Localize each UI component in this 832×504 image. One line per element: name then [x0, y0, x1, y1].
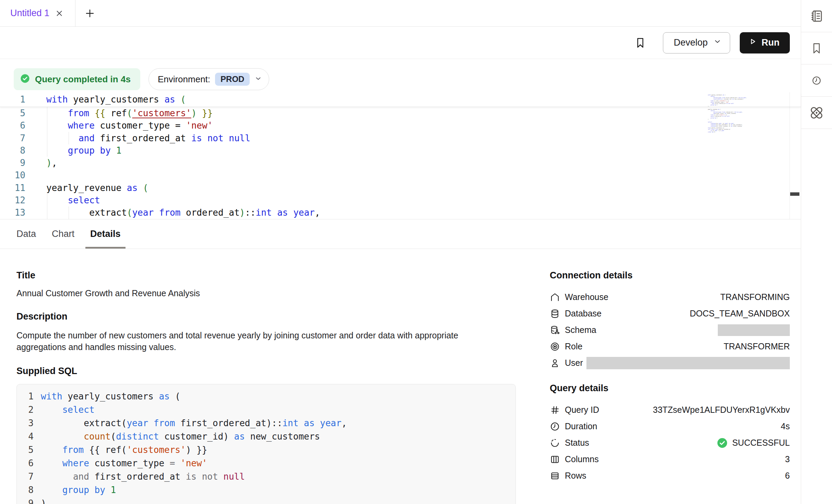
supplied-sql-line-8: 8 group by 1 [17, 483, 515, 497]
supplied-sql-line-6: 6 where customer_type = 'new' [17, 457, 515, 470]
check-circle-icon [20, 73, 30, 85]
query-row-query-id: Query ID33TZseWpe1ALFDUYerxR1gVKxbv [550, 402, 790, 418]
line-number: 4 [22, 430, 34, 443]
query-details-rows: Query ID33TZseWpe1ALFDUYerxR1gVKxbvDurat… [550, 402, 790, 484]
spinner-icon [550, 438, 560, 448]
run-button[interactable]: Run [740, 32, 790, 53]
app-window: Untitled 1 Develop [0, 0, 832, 504]
connection-label: Database [565, 309, 602, 319]
code-text: ), [46, 157, 57, 169]
results-tab-bar: DataChartDetails [0, 219, 801, 249]
editor-lines: 5 from {{ ref('customers') }}6 where cus… [0, 107, 801, 219]
right-sidebar [801, 0, 832, 504]
sidebar-button-flower[interactable] [801, 97, 832, 129]
description-heading: Description [16, 311, 517, 322]
supplied-sql-line-5: 5 from {{ ref('customers') }} [17, 443, 515, 457]
sidebar-button-clock[interactable] [801, 64, 832, 97]
sql-editor[interactable]: 1with yearly_customers as ( 5 from {{ re… [0, 92, 801, 219]
tab-untitled-1[interactable]: Untitled 1 [0, 0, 75, 26]
environment-selector[interactable]: Environment: PROD [148, 68, 270, 90]
editor-line-8: 8 group by 1 [0, 144, 801, 157]
query-label: Columns [565, 454, 599, 464]
supplied-sql-line-7: 7 and first_ordered_at is not null [17, 470, 515, 483]
query-value: 33TZseWpe1ALFDUYerxR1gVKxbv [653, 405, 790, 415]
line-number: 9 [9, 157, 25, 169]
connection-value: TRANSFORMER [724, 341, 790, 351]
editor-line-5: 5 from {{ ref('customers') }} [0, 107, 801, 119]
supplied-sql-line-1: 1with yearly_customers as ( [17, 390, 515, 403]
supplied-sql-line-9: 9), [17, 497, 515, 504]
line-number: 7 [22, 470, 34, 483]
line-number: 5 [9, 107, 25, 119]
query-value: 6 [785, 471, 790, 481]
query-label: Duration [565, 421, 597, 431]
tab-data[interactable]: Data [12, 219, 41, 249]
query-details-heading: Query details [550, 383, 790, 394]
details-right-column: Connection details WarehouseTRANSFORMING… [550, 270, 790, 484]
schema-icon [550, 325, 560, 335]
bookmark-button[interactable] [634, 37, 646, 49]
code-text: where customer_type = 'new' [41, 457, 207, 470]
supplied-sql-line-2: 2 select [17, 403, 515, 417]
connection-row-role: RoleTRANSFORMER [550, 338, 790, 355]
code-text: and first_ordered_at is not null [41, 470, 245, 483]
line-number: 8 [9, 144, 25, 157]
redacted-value [718, 324, 790, 336]
code-text: yearly_revenue as ( [46, 182, 148, 194]
code-text: ), [41, 497, 51, 504]
connection-row-schema: Schema [550, 322, 790, 338]
line-number: 8 [22, 483, 34, 497]
status-row: Query completed in 4s Environment: PROD [14, 68, 801, 90]
clock-icon [550, 421, 560, 432]
line-number: 1 [22, 390, 34, 403]
code-text: group by 1 [46, 144, 121, 157]
query-value: SUCCESSFUL [716, 437, 790, 449]
query-label: Query ID [565, 405, 599, 415]
title-value: Annual Customer Growth and Revenue Analy… [16, 288, 517, 298]
sidebar-button-bookmark[interactable] [801, 32, 832, 64]
line-number: 3 [22, 417, 34, 430]
query-label: Status [565, 438, 589, 448]
line-number: 7 [9, 132, 25, 144]
code-text: where customer_type = 'new' [46, 119, 213, 132]
tab-details[interactable]: Details [85, 219, 126, 249]
editor-line-9: 9), [0, 157, 801, 169]
main-area: Untitled 1 Develop [0, 0, 801, 504]
environment-label: Environment: [158, 74, 210, 85]
notebook-icon [809, 9, 824, 23]
chevron-down-icon [254, 75, 262, 84]
line-number: 9 [22, 497, 34, 504]
tab-chart[interactable]: Chart [47, 219, 79, 249]
sidebar-button-notebook[interactable] [801, 0, 832, 32]
code-text: extract(year from ordered_at)::int as ye… [46, 206, 320, 219]
run-label: Run [762, 37, 780, 48]
new-tab-button[interactable] [75, 0, 95, 26]
query-row-duration: Duration4s [550, 418, 790, 435]
document-tab-bar: Untitled 1 [0, 0, 801, 27]
editor-line-11: 11yearly_revenue as ( [0, 182, 801, 194]
query-status-text: Query completed in 4s [35, 74, 131, 85]
role-icon [550, 341, 560, 352]
bookmark-icon [810, 42, 823, 55]
query-row-columns: Columns3 [550, 451, 790, 468]
editor-scrollbar[interactable] [790, 192, 799, 196]
description-value: Compute the number of new customers and … [16, 329, 491, 353]
supplied-sql-line-3: 3 extract(year from first_ordered_at)::i… [17, 417, 515, 430]
line-number: 5 [22, 443, 34, 457]
details-left-column: Title Annual Customer Growth and Revenue… [16, 270, 517, 504]
close-icon[interactable] [55, 9, 64, 18]
code-text: select [41, 403, 95, 417]
line-number: 11 [9, 182, 25, 194]
code-text: with yearly_customers as ( [46, 92, 186, 107]
code-text: count(distinct customer_id) as new_custo… [41, 430, 320, 443]
title-heading: Title [16, 270, 517, 281]
line-number: 6 [22, 457, 34, 470]
tab-label: Details [90, 229, 121, 239]
connection-row-warehouse: WarehouseTRANSFORMING [550, 289, 790, 305]
develop-dropdown[interactable]: Develop [663, 32, 730, 53]
line-number: 13 [9, 206, 25, 219]
connection-value: TRANSFORMING [720, 292, 790, 302]
line-number: 6 [9, 119, 25, 132]
connection-row-database: DatabaseDOCS_TEAM_SANDBOX [550, 305, 790, 322]
code-text: extract(year from first_ordered_at)::int… [41, 417, 347, 430]
